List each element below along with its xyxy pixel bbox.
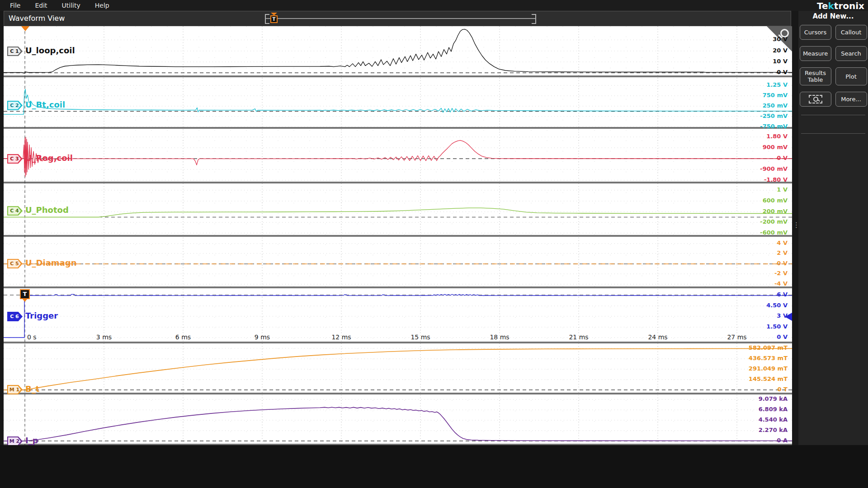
scale-label: 0 V	[777, 155, 788, 161]
scale-label: 600 mV	[763, 197, 788, 204]
scale-label: 0 V	[777, 260, 788, 267]
time-axis-label: 21 ms	[566, 333, 591, 341]
scale-label: 200 mV	[763, 208, 788, 215]
channel-badge-c1[interactable]: C 1	[7, 47, 23, 56]
scale-label: -2 V	[774, 270, 788, 277]
scale-label: 1.50 V	[766, 323, 788, 330]
overview-left-bracket[interactable]	[265, 14, 269, 24]
trigger-t-icon: T	[270, 15, 278, 23]
panel-splitter[interactable]: ⋮	[792, 11, 798, 445]
scale-label: 6 V	[777, 291, 788, 298]
scale-label: 10 V	[773, 58, 788, 65]
scale-label: 4.540 kA	[759, 416, 788, 423]
sidebar-divider	[801, 133, 865, 134]
scale-label: 145.524 mT	[749, 375, 788, 382]
sidebar-button-plot[interactable]: Plot	[835, 67, 867, 85]
scale-label: 9.079 kA	[759, 395, 788, 402]
scale-label: 6.809 kA	[759, 406, 788, 413]
time-axis-label: 9 ms	[250, 333, 275, 341]
overview-right-bracket[interactable]	[532, 14, 536, 24]
scale-label: -200 mV	[760, 218, 788, 225]
waveform-canvas	[4, 26, 792, 445]
menu-edit[interactable]: Edit	[31, 0, 58, 11]
waveform-view-title: Waveform View	[9, 11, 65, 26]
channel-badge-c3[interactable]: C 3	[7, 154, 23, 164]
time-axis-label: 0 s	[27, 333, 37, 341]
menu-bar: FileEditUtilityHelp Tektronix	[0, 0, 868, 11]
time-axis-label: 27 ms	[724, 333, 750, 341]
trace-c3	[4, 137, 792, 176]
add-new-title: Add New...	[798, 11, 868, 20]
scale-label: 0 T	[778, 386, 788, 393]
trigger-position-top-marker[interactable]	[21, 26, 29, 31]
scale-label: -600 mV	[760, 229, 788, 236]
menu-file[interactable]: File	[6, 0, 31, 11]
sidebar-button-measure[interactable]: Measure	[800, 46, 831, 61]
scale-label: 750 mV	[763, 92, 788, 99]
scale-label: 2.270 kA	[759, 427, 788, 433]
zoom-overview-bar[interactable]: T	[265, 14, 536, 23]
sidebar-button-callout[interactable]: Callout	[835, 25, 867, 40]
waveform-view-header: Waveform View T	[4, 11, 791, 26]
trace-c2	[4, 89, 792, 114]
scale-label: 291.049 mT	[749, 365, 788, 372]
channel-name-m1: B_t	[25, 384, 39, 394]
bottom-settings-bar: Ch 1⚠Clipping5 V/div1 MΩ200 kHzBWCh 2⚠Cl…	[0, 445, 868, 488]
scale-label: 900 mV	[763, 144, 788, 150]
menu-utility[interactable]: Utility	[58, 0, 91, 11]
right-sidebar: Add New... CursorsCalloutMeasureSearchRe…	[798, 11, 868, 445]
sidebar-button-more[interactable]: More...	[835, 92, 867, 107]
scale-label: 250 mV	[763, 102, 788, 109]
trace-c1	[4, 29, 792, 74]
channel-name-c6: Trigger	[25, 311, 58, 320]
scale-label: 0 V	[777, 69, 788, 75]
channel-name-c3: U_Rog,coil	[25, 153, 73, 163]
scale-label: 2 V	[777, 249, 788, 256]
scale-label: 4 V	[777, 239, 788, 246]
scale-label: -1.80 V	[764, 176, 788, 183]
channel-badge-c4[interactable]: C 4	[7, 206, 23, 216]
waveform-plot[interactable]: T C 1U_loop,coil30 V20 V10 V0 VC 2U_Bt,c…	[4, 26, 792, 445]
time-axis-label: 18 ms	[487, 333, 512, 341]
channel-badge-c6[interactable]: C 6	[7, 312, 23, 321]
trace-m2	[4, 407, 792, 441]
trigger-t-marker[interactable]: T	[20, 289, 30, 299]
scale-label: -250 mV	[760, 113, 788, 119]
sidebar-button-results-table[interactable]: Results Table	[800, 67, 831, 85]
time-axis-label: 24 ms	[645, 333, 670, 341]
sidebar-button-search[interactable]: Search	[835, 46, 867, 61]
channel-name-c1: U_loop,coil	[25, 46, 75, 55]
sidebar-button-cursors[interactable]: Cursors	[800, 25, 831, 40]
scale-label: 3 V	[777, 312, 788, 319]
scale-label: -900 mV	[760, 165, 788, 172]
scale-label: -750 mV	[760, 123, 788, 130]
zoom-select-icon	[809, 95, 822, 103]
sidebar-button-zoom-select[interactable]	[800, 92, 831, 107]
scale-label: 436.573 mT	[749, 355, 788, 361]
channel-name-c5: U_Diamagn	[25, 258, 76, 267]
overview-timeline	[266, 18, 535, 19]
channel-name-c4: U_Photod	[25, 205, 69, 215]
trace-c4	[4, 208, 792, 217]
time-axis-label: 3 ms	[91, 333, 117, 341]
scale-label: 1 V	[777, 186, 788, 193]
trace-c6	[4, 294, 792, 338]
channel-name-c2: U_Bt,coil	[25, 100, 65, 109]
time-axis-label: 15 ms	[408, 333, 433, 341]
sidebar-divider	[801, 115, 865, 115]
tektronix-logo: Tektronix	[817, 0, 864, 11]
channel-badge-m1[interactable]: M 1	[7, 385, 23, 394]
scale-label: -4 V	[774, 280, 788, 287]
time-axis-label: 12 ms	[329, 333, 354, 341]
scale-label: 30 V	[773, 36, 788, 42]
scale-label: 20 V	[773, 47, 788, 54]
time-axis-label: 6 ms	[170, 333, 196, 341]
channel-badge-c5[interactable]: C 5	[7, 259, 23, 268]
scale-label: 582.097 mT	[749, 344, 788, 351]
channel-badge-c2[interactable]: C 2	[7, 101, 23, 110]
scale-label: 0 A	[777, 437, 788, 444]
menu-help[interactable]: Help	[91, 0, 120, 11]
scale-label: 0 V	[777, 333, 788, 340]
channel-badge-m2[interactable]: M 2	[7, 436, 23, 446]
trigger-position-marker[interactable]: T	[270, 13, 278, 24]
